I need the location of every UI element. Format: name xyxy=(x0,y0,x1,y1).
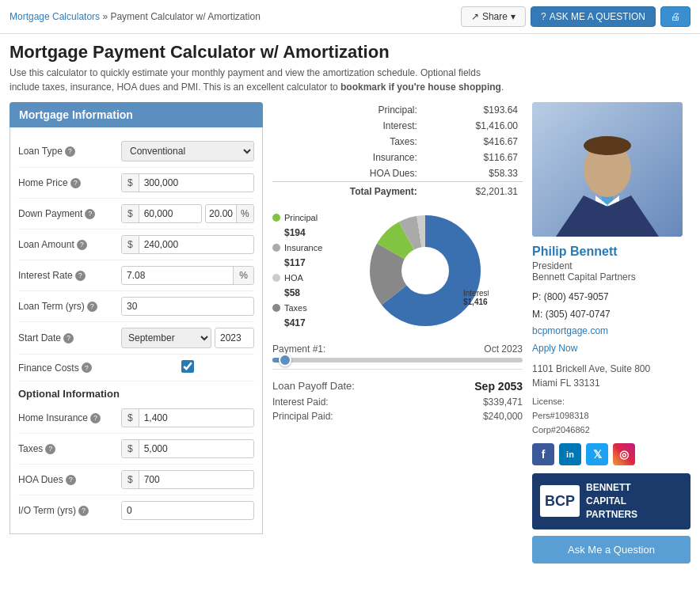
pers-number: Pers#1098318 xyxy=(532,409,690,423)
payoff-section: Loan Payoff Date: Sep 2053 Interest Paid… xyxy=(272,369,523,423)
loan-type-help-icon[interactable]: ? xyxy=(65,146,75,157)
hoa-value: $58.33 xyxy=(422,165,523,182)
total-row: Total Payment: $2,201.31 xyxy=(272,182,523,200)
io-term-help-icon[interactable]: ? xyxy=(78,506,89,516)
slider-thumb[interactable] xyxy=(279,354,291,366)
breadcrumb-link[interactable]: Mortgage Calculators xyxy=(10,11,100,22)
down-payment-pct-suffix: % xyxy=(236,205,253,222)
legend-hoa: HOA xyxy=(272,273,322,283)
home-price-input-group: $ xyxy=(121,173,254,192)
interest-rate-label: Interest Rate ? xyxy=(18,270,121,281)
legend-taxes-label: Taxes xyxy=(284,303,307,313)
slider-label: Payment #1: Oct 2023 xyxy=(272,343,523,355)
taxes-summary-label: Taxes: xyxy=(272,134,422,150)
start-date-help-icon[interactable]: ? xyxy=(63,333,74,343)
interest-rate-input[interactable] xyxy=(122,267,233,284)
down-payment-pct-input[interactable] xyxy=(206,205,236,222)
hoa-dues-row: HOA Dues ? $ xyxy=(18,465,254,495)
loan-type-input[interactable]: ConventionalFHAVAUSDA xyxy=(121,141,254,161)
print-icon: 🖨 xyxy=(671,11,680,22)
top-bar: Mortgage Calculators » Payment Calculato… xyxy=(0,0,700,34)
loan-amount-label: Loan Amount ? xyxy=(18,239,121,250)
finance-costs-checkbox-wrap xyxy=(121,360,254,375)
ask-me-question-button[interactable]: Ask Me a Question xyxy=(532,536,690,564)
interest-label: Interest: xyxy=(272,118,422,134)
loan-payoff-row: Loan Payoff Date: Sep 2053 xyxy=(272,378,523,395)
instagram-icon[interactable]: ◎ xyxy=(613,443,635,465)
start-date-label: Start Date ? xyxy=(18,332,121,343)
loan-term-label: Loan Term (yrs) ? xyxy=(18,301,121,312)
interest-rate-help-icon[interactable]: ? xyxy=(75,271,86,281)
loan-term-help-icon[interactable]: ? xyxy=(87,302,97,312)
hoa-dues-input-wrap: $ xyxy=(121,470,254,489)
insurance-row: Insurance: $116.67 xyxy=(272,150,523,165)
hoa-dues-help-icon[interactable]: ? xyxy=(66,475,76,485)
legend-principal: Principal xyxy=(272,213,322,222)
twitter-icon[interactable]: 𝕏 xyxy=(586,443,608,465)
agent-apply-link[interactable]: Apply Now xyxy=(532,343,577,354)
home-price-input-wrap: $ xyxy=(121,173,254,192)
hoa-label: HOA Dues: xyxy=(272,165,422,182)
main-layout: Mortgage Information Loan Type ? Convent… xyxy=(0,102,700,573)
io-term-input[interactable] xyxy=(122,502,253,519)
home-insurance-input[interactable] xyxy=(139,409,253,427)
agent-address: 1101 Brickell Ave, Suite 800 Miami FL 33… xyxy=(532,362,690,390)
taxes-input[interactable] xyxy=(139,440,253,457)
start-date-year-input[interactable] xyxy=(215,328,254,348)
ask-question-button-top[interactable]: ? ASK ME A QUESTION xyxy=(531,6,656,27)
legend-principal-label: Principal xyxy=(284,213,318,222)
agent-photo-svg xyxy=(532,102,683,237)
down-payment-row: Down Payment ? $ % xyxy=(18,199,254,230)
interest-rate-suffix: % xyxy=(233,267,253,284)
agent-address-line2: Miami FL 33131 xyxy=(532,376,690,390)
loan-amount-input[interactable] xyxy=(139,236,253,253)
loan-term-row: Loan Term (yrs) ? xyxy=(18,291,254,322)
share-button[interactable]: ↗ Share ▾ xyxy=(461,6,526,27)
linkedin-icon[interactable]: in xyxy=(559,443,581,465)
start-date-month-select[interactable]: JanuaryFebruaryMarchAprilMayJuneJulyAugu… xyxy=(121,328,211,348)
loan-term-input[interactable] xyxy=(122,298,253,315)
hoa-dues-input[interactable] xyxy=(139,471,253,488)
finance-costs-checkbox[interactable] xyxy=(121,360,254,373)
loan-amount-row: Loan Amount ? $ xyxy=(18,230,254,260)
hoa-dues-label: HOA Dues ? xyxy=(18,474,121,485)
print-button[interactable]: 🖨 xyxy=(660,6,690,27)
finance-costs-help-icon[interactable]: ? xyxy=(82,362,92,373)
home-price-help-icon[interactable]: ? xyxy=(70,178,81,188)
agent-address-line1: 1101 Brickell Ave, Suite 800 xyxy=(532,362,690,376)
down-payment-input[interactable] xyxy=(139,205,201,222)
form-panel: Loan Type ? ConventionalFHAVAUSDA Home P… xyxy=(10,127,263,534)
loan-type-label: Loan Type ? xyxy=(18,146,121,157)
top-actions: ↗ Share ▾ ? ASK ME A QUESTION 🖨 xyxy=(461,6,690,27)
corp-number: Corp#2046862 xyxy=(532,423,690,438)
share-chevron-icon: ▾ xyxy=(511,11,515,22)
interest-rate-input-group: % xyxy=(121,266,254,285)
interest-paid-row: Interest Paid: $339,471 xyxy=(272,395,523,409)
payment-value: Oct 2023 xyxy=(484,343,523,355)
home-insurance-input-wrap: $ xyxy=(121,408,254,427)
io-term-row: I/O Term (yrs) ? xyxy=(18,495,254,526)
down-payment-help-icon[interactable]: ? xyxy=(85,209,95,219)
pie-chart-area: Principal $194 Insurance $117 HOA $58 Ta… xyxy=(272,207,523,334)
home-price-input[interactable] xyxy=(139,174,253,192)
home-insurance-input-group: $ xyxy=(121,408,254,427)
agent-website[interactable]: bcpmortgage.com xyxy=(532,325,608,336)
question-icon: ? xyxy=(541,11,546,22)
taxes-help-icon[interactable]: ? xyxy=(45,444,55,454)
home-insurance-label: Home Insurance ? xyxy=(18,412,121,423)
agent-name: Philip Bennett xyxy=(532,245,690,259)
slider-track[interactable] xyxy=(272,358,523,362)
optional-section-header: Optional Information xyxy=(18,381,254,403)
slider-area: Payment #1: Oct 2023 xyxy=(272,343,523,362)
taxes-row: Taxes ? $ xyxy=(18,434,254,465)
start-date-input-wrap: JanuaryFebruaryMarchAprilMayJuneJulyAugu… xyxy=(121,328,254,348)
home-insurance-help-icon[interactable]: ? xyxy=(90,413,101,423)
finance-costs-label: Finance Costs ? xyxy=(18,362,121,374)
io-term-label: I/O Term (yrs) ? xyxy=(18,505,121,516)
interest-row: Interest: $1,416.00 xyxy=(272,118,523,134)
taxes-input-wrap: $ xyxy=(121,439,254,458)
home-price-prefix: $ xyxy=(122,174,139,192)
loan-amount-help-icon[interactable]: ? xyxy=(77,240,87,250)
facebook-icon[interactable]: f xyxy=(532,443,554,465)
loan-type-select[interactable]: ConventionalFHAVAUSDA xyxy=(121,141,254,161)
